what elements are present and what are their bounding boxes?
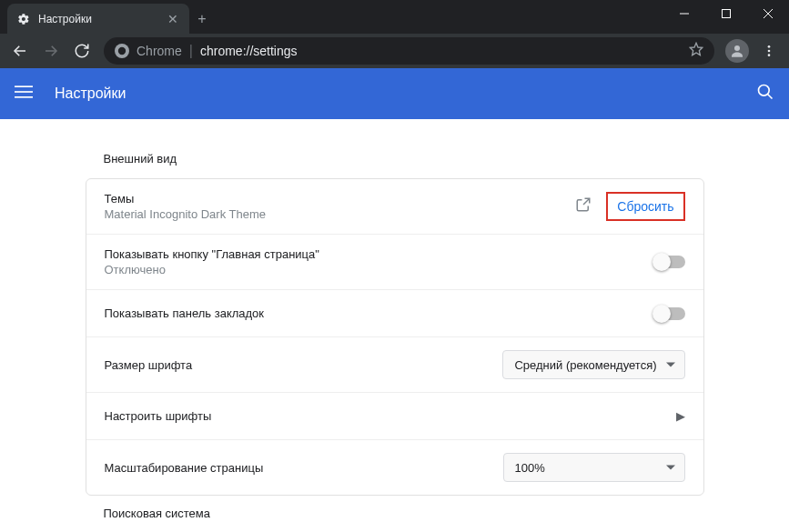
chevron-right-icon: ▶	[676, 409, 685, 423]
new-tab-button[interactable]: +	[189, 4, 215, 34]
home-button-row: Показывать кнопку "Главная страница" Отк…	[86, 234, 703, 289]
url-text: chrome://settings	[200, 44, 682, 58]
close-window-button[interactable]	[747, 0, 789, 27]
gear-icon	[16, 12, 31, 26]
customize-fonts-title: Настроить шрифты	[105, 409, 662, 423]
site-info-icon[interactable]	[115, 44, 129, 58]
url-separator: |	[189, 43, 193, 59]
page-zoom-value: 100%	[515, 461, 545, 475]
external-link-icon[interactable]	[575, 196, 592, 216]
svg-rect-14	[15, 96, 33, 98]
page-zoom-title: Масштабирование страницы	[105, 461, 489, 475]
maximize-button[interactable]	[705, 0, 747, 27]
svg-point-15	[759, 85, 770, 96]
tab-title: Настройки	[38, 13, 158, 25]
home-button-subtitle: Отключено	[105, 263, 640, 276]
back-button[interactable]	[5, 36, 35, 65]
section-title-appearance: Внешний вид	[86, 141, 704, 178]
svg-point-6	[118, 47, 126, 55]
theme-title: Темы	[105, 192, 561, 206]
browser-toolbar: Chrome | chrome://settings	[0, 34, 789, 68]
window-titlebar: Настройки ✕ +	[0, 0, 789, 34]
settings-scroll-area[interactable]: Внешний вид Темы Material Incognito Dark…	[0, 119, 789, 532]
home-button-toggle[interactable]	[654, 256, 685, 268]
appbar-title: Настройки	[55, 85, 756, 102]
browser-tab[interactable]: Настройки ✕	[7, 4, 189, 34]
svg-marker-7	[690, 43, 702, 55]
svg-point-11	[768, 54, 771, 56]
settings-appbar: Настройки	[0, 68, 789, 119]
appearance-section: Внешний вид Темы Material Incognito Dark…	[86, 141, 704, 496]
forward-button[interactable]	[36, 36, 66, 65]
window-controls	[663, 0, 789, 27]
profile-avatar[interactable]	[725, 39, 749, 63]
browser-menu-button[interactable]	[754, 36, 784, 65]
svg-rect-1	[723, 10, 731, 18]
hamburger-menu-icon[interactable]	[15, 83, 36, 105]
svg-point-9	[768, 45, 771, 48]
font-size-row: Размер шрифта Средний (рекомендуется)	[86, 336, 703, 392]
section-title-search-engine: Поисковая система	[86, 496, 704, 532]
search-icon[interactable]	[756, 83, 774, 105]
home-button-title: Показывать кнопку "Главная страница"	[105, 247, 640, 261]
bookmark-star-icon[interactable]	[689, 42, 703, 60]
page-zoom-select[interactable]: 100%	[503, 453, 685, 482]
svg-rect-12	[15, 85, 33, 87]
svg-point-8	[734, 45, 740, 51]
bookmarks-bar-title: Показывать панель закладок	[105, 306, 640, 320]
font-size-title: Размер шрифта	[105, 358, 489, 372]
svg-rect-13	[15, 91, 33, 93]
reload-button[interactable]	[67, 36, 96, 65]
address-bar[interactable]: Chrome | chrome://settings	[104, 37, 714, 65]
search-engine-section: Поисковая система	[86, 496, 704, 532]
page-zoom-row: Масштабирование страницы 100%	[86, 439, 703, 495]
appearance-card: Темы Material Incognito Dark Theme Сброс…	[86, 178, 704, 496]
customize-fonts-row[interactable]: Настроить шрифты ▶	[86, 392, 703, 439]
minimize-button[interactable]	[663, 0, 705, 27]
reset-theme-button[interactable]: Сбросить	[606, 192, 684, 221]
font-size-value: Средний (рекомендуется)	[514, 358, 656, 372]
settings-page: Настройки Внешний вид Темы Material Inco…	[0, 68, 789, 532]
svg-line-16	[768, 95, 773, 99]
url-prefix: Chrome	[137, 44, 182, 58]
font-size-select[interactable]: Средний (рекомендуется)	[502, 350, 684, 379]
svg-point-10	[768, 50, 771, 53]
theme-row[interactable]: Темы Material Incognito Dark Theme Сброс…	[86, 179, 703, 234]
bookmarks-bar-toggle[interactable]	[654, 307, 685, 320]
close-tab-icon[interactable]: ✕	[166, 12, 180, 26]
bookmarks-bar-row: Показывать панель закладок	[86, 289, 703, 336]
theme-subtitle: Material Incognito Dark Theme	[105, 207, 561, 221]
